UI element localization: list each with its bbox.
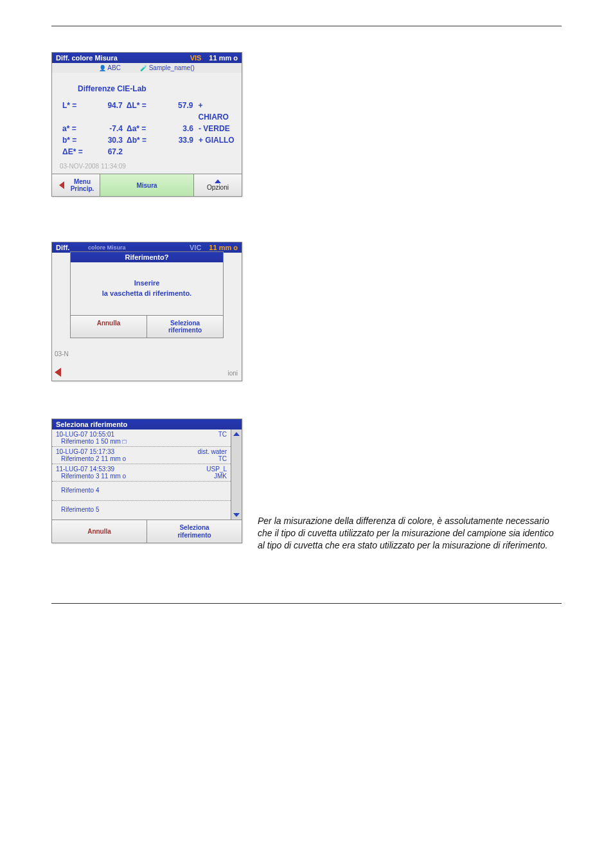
titlebar: Seleziona riferimento: [52, 419, 242, 429]
ref-name: Riferimento 5: [61, 506, 99, 513]
annulla-button[interactable]: Annulla: [71, 316, 147, 338]
operator-label: ABC: [99, 64, 121, 71]
dval-a: 3.6: [160, 123, 196, 134]
reference-row-empty[interactable]: Riferimento 4: [52, 482, 231, 501]
ref-timestamp: 10-LUG-07 15:17:33: [56, 448, 126, 455]
seleziona-l2: riferimento: [168, 327, 202, 334]
section-title: Differenze CIE-Lab: [78, 84, 235, 93]
seleziona-l1: Seleziona: [179, 524, 209, 531]
button-bar: Annulla Seleziona riferimento: [52, 520, 242, 543]
val-dE: 67.2: [92, 146, 127, 158]
menu-l1: Menu: [74, 178, 91, 185]
person-icon: [99, 64, 106, 71]
bg-title-mode: VIC: [190, 244, 201, 251]
lab-b: b* =: [62, 134, 92, 146]
reference-list-body: 10-LUG-07 10:55:01 Riferimento 1 50 mm □…: [52, 429, 242, 520]
ref-r1: dist. water: [197, 448, 227, 455]
reading-row: a* = -7.4 Δa* = 3.6 - VERDE: [62, 123, 235, 134]
reference-row[interactable]: 10-LUG-07 10:55:01 Riferimento 1 50 mm □…: [52, 429, 231, 447]
menu-l2: Princip.: [71, 185, 94, 192]
title-mode: VIS: [190, 54, 202, 62]
scrollbar[interactable]: [231, 429, 242, 520]
bg-title-mid: colore Misura: [88, 244, 126, 251]
dlab-a: Δa* =: [127, 123, 160, 134]
dval-b: 33.9: [160, 134, 196, 146]
seleziona-riferimento-button[interactable]: Seleziona riferimento: [147, 316, 223, 338]
ref-r2: JMK: [206, 473, 227, 480]
ref-r2: TC: [197, 455, 227, 462]
modal-title: Riferimento?: [71, 252, 223, 262]
title-left: Diff. colore Misura: [56, 54, 118, 62]
reference-list: 10-LUG-07 10:55:01 Riferimento 1 50 mm □…: [52, 429, 231, 520]
scroll-down-icon[interactable]: [233, 513, 240, 517]
modal-line1: Inserire: [134, 279, 160, 287]
lab-L: L* =: [62, 100, 92, 123]
important-note: Per la misurazione della differenza di c…: [258, 515, 562, 552]
reference-row[interactable]: 10-LUG-07 15:17:33 Riferimento 2 11 mm o…: [52, 447, 231, 464]
reference-modal: Riferimento? Inserire la vaschetta di ri…: [70, 251, 224, 338]
annulla-label: Annulla: [87, 528, 111, 535]
title-right-group: VIS 11 mm o: [190, 54, 238, 62]
modal-line2: la vaschetta di riferimento.: [75, 289, 219, 297]
dval-L: 57.9: [160, 100, 196, 123]
val-b: 30.3: [92, 134, 127, 146]
reading-row: L* = 94.7 ΔL* = 57.9 + CHIARO: [62, 100, 235, 123]
select-reference-panel: Seleziona riferimento 10-LUG-07 10:55:01…: [51, 419, 242, 543]
opzioni-button[interactable]: Opzioni: [194, 174, 242, 196]
modal-body: Inserire la vaschetta di riferimento.: [71, 262, 223, 315]
seleziona-riferimento-button[interactable]: Seleziona riferimento: [147, 520, 242, 543]
val-a: -7.4: [92, 123, 127, 134]
button-bar: Menu Princip. Misura Opzioni: [52, 174, 242, 196]
annulla-label: Annulla: [97, 320, 121, 327]
ref-name: Riferimento 2 11 mm o: [56, 455, 126, 462]
timestamp: 03-NOV-2008 11:34:09: [60, 163, 235, 170]
footer-rule: [51, 603, 562, 604]
lab-dE: ΔE* =: [62, 146, 92, 158]
misura-button[interactable]: Misura: [100, 174, 194, 196]
ref-name: Riferimento 3 11 mm o: [56, 473, 126, 480]
bg-options-fragment: ioni: [227, 370, 238, 377]
beaker-icon: [140, 64, 147, 71]
reference-row[interactable]: 11-LUG-07 14:53:39 Riferimento 3 11 mm o…: [52, 464, 231, 482]
main-menu-button[interactable]: Menu Princip.: [52, 174, 100, 196]
seleziona-l1: Seleziona: [170, 320, 200, 327]
reading-row: b* = 30.3 Δb* = 33.9 + GIALLO: [62, 134, 235, 146]
subbar: ABC Sample_name(): [52, 63, 242, 73]
readings-block: L* = 94.7 ΔL* = 57.9 + CHIARO a* = -7.4 …: [62, 100, 235, 158]
seleziona-l2: riferimento: [177, 532, 211, 539]
ref-r1: USP_L: [206, 466, 227, 473]
header-rule: [51, 26, 562, 26]
word-b: + GIALLO: [196, 134, 235, 146]
opzioni-label: Opzioni: [207, 184, 229, 191]
title-right: 11 mm o: [209, 54, 238, 62]
up-icon: [215, 179, 221, 183]
lab-a: a* =: [62, 123, 92, 134]
word-L: + CHIARO: [195, 100, 235, 123]
word-a: - VERDE: [196, 123, 230, 134]
bg-title-right: 11 mm o: [209, 244, 238, 251]
reference-row-empty[interactable]: Riferimento 5: [52, 501, 231, 520]
reading-row: ΔE* = 67.2: [62, 146, 235, 158]
bg-title-left: Diff.: [56, 244, 69, 251]
misura-label: Misura: [136, 182, 157, 189]
titlebar: Diff. colore Misura VIS 11 mm o: [52, 53, 242, 63]
ref-name: Riferimento 4: [61, 487, 99, 494]
panel-body: Differenze CIE-Lab L* = 94.7 ΔL* = 57.9 …: [52, 73, 242, 174]
dlab-L: ΔL* =: [127, 100, 160, 123]
bg-timestamp-fragment: 03-N: [55, 350, 69, 357]
back-icon: [58, 180, 68, 190]
ref-name: Riferimento 1 50 mm □: [56, 438, 127, 445]
reference-prompt-panel: Diff. colore Misura VIC 11 mm o 03-N ion…: [51, 242, 242, 381]
title: Seleziona riferimento: [56, 420, 127, 428]
annulla-button[interactable]: Annulla: [52, 520, 147, 543]
val-L: 94.7: [92, 100, 127, 123]
modal-button-bar: Annulla Seleziona riferimento: [71, 315, 223, 338]
back-icon[interactable]: [55, 366, 66, 378]
ref-timestamp: 10-LUG-07 10:55:01: [56, 431, 127, 438]
dlab-b: Δb* =: [127, 134, 160, 146]
scroll-up-icon[interactable]: [233, 432, 240, 436]
bg-title-right-group: VIC 11 mm o: [190, 244, 238, 251]
measure-panel: Diff. colore Misura VIS 11 mm o ABC Samp…: [51, 52, 242, 197]
ref-timestamp: 11-LUG-07 14:53:39: [56, 466, 126, 473]
ref-r2: TC: [218, 431, 227, 438]
